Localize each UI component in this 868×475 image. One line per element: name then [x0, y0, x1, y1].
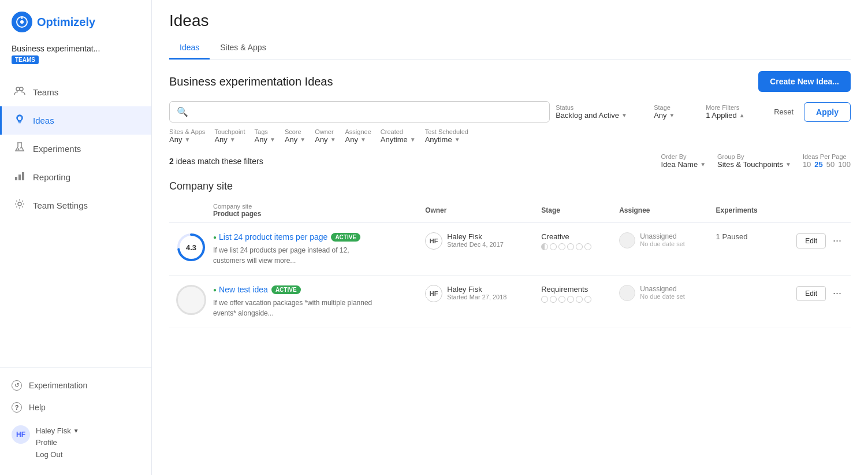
idea-description-2: If we offer vacation packages *with mult…	[213, 298, 375, 318]
create-idea-button[interactable]: Create New Idea...	[758, 71, 851, 92]
score-label: Score	[285, 128, 306, 135]
sidebar-item-ideas[interactable]: Ideas	[0, 106, 151, 135]
user-info: Haley Fisk ▼ Profile Log Out	[36, 425, 79, 461]
status-filter-value[interactable]: Backlog and Active ▼	[556, 111, 648, 120]
stage-stars-2	[541, 296, 605, 303]
more-filters-label: More Filters	[706, 104, 763, 111]
assignee-date-1: No due date set	[640, 240, 685, 247]
apply-button[interactable]: Apply	[804, 102, 851, 122]
svg-rect-11	[22, 172, 24, 180]
tabs: Ideas Sites & Apps	[169, 37, 851, 60]
sidebar-item-experiments[interactable]: Experiments	[0, 135, 151, 163]
col-score	[169, 198, 213, 223]
sites-apps-chevron-icon: ▼	[184, 136, 190, 143]
logout-link[interactable]: Log Out	[36, 449, 79, 461]
test-scheduled-chevron-icon: ▼	[455, 136, 460, 143]
sidebar-item-reporting[interactable]: Reporting	[0, 163, 151, 191]
user-section: HF Haley Fisk ▼ Profile Log Out	[0, 418, 151, 468]
score-ring-empty-2	[176, 285, 206, 315]
assignee-avatar-1	[619, 232, 635, 248]
profile-link[interactable]: Profile	[36, 437, 79, 449]
test-scheduled-label: Test Scheduled	[425, 128, 468, 135]
per-page-25[interactable]: 25	[814, 160, 822, 169]
star2-6	[584, 296, 591, 303]
owner-filter[interactable]: Owner Any ▼	[315, 128, 336, 144]
touchpoint-filter[interactable]: Touchpoint Any ▼	[214, 128, 245, 144]
score-chevron-icon: ▼	[300, 136, 306, 143]
tab-sites-apps[interactable]: Sites & Apps	[210, 37, 276, 60]
help-icon: ?	[12, 402, 22, 413]
per-page-10[interactable]: 10	[803, 160, 811, 169]
owner-label: Owner	[315, 128, 336, 135]
idea-name-link-2[interactable]: New test idea	[219, 285, 268, 294]
col-idea: Company site Product pages	[213, 198, 418, 223]
created-filter[interactable]: Created Anytime ▼	[381, 128, 416, 144]
settings-icon	[13, 198, 26, 213]
results-controls: Order By Idea Name ▼ Group By Sites & To…	[661, 153, 851, 169]
stage-chevron-icon: ▼	[669, 112, 675, 118]
more-filters-chevron-icon: ▲	[739, 112, 745, 118]
per-page-label: Ideas Per Page	[803, 153, 851, 160]
assignee-label: Assignee	[345, 128, 371, 135]
status-filter[interactable]: Status Backlog and Active ▼	[556, 104, 648, 120]
star2-5	[576, 296, 583, 303]
stage-filter-value[interactable]: Any ▼	[654, 111, 700, 120]
edit-button-2[interactable]: Edit	[796, 286, 826, 301]
more-filters[interactable]: More Filters 1 Applied ▲	[706, 104, 763, 120]
section-header: Business experimentation Ideas Create Ne…	[169, 71, 851, 92]
idea-name-link-1[interactable]: List 24 product items per page	[219, 232, 327, 242]
score-cell-1: 4.3	[169, 223, 213, 276]
order-by-control[interactable]: Order By Idea Name ▼	[661, 153, 706, 169]
more-filters-value[interactable]: 1 Applied ▲	[706, 111, 763, 120]
per-page-control: Ideas Per Page 10 25 50 100	[803, 153, 851, 169]
sidebar-item-team-settings[interactable]: Team Settings	[0, 191, 151, 220]
search-input[interactable]	[193, 107, 542, 117]
star-5	[576, 243, 583, 250]
assignee-filter[interactable]: Assignee Any ▼	[345, 128, 371, 144]
sidebar-item-experimentation[interactable]: ↺ Experimentation	[0, 374, 151, 396]
stage-filter[interactable]: Stage Any ▼	[654, 104, 700, 120]
assignee-name-2: Unassigned	[640, 285, 685, 293]
sidebar-bottom: ↺ Experimentation ? Help HF Haley Fisk ▼…	[0, 367, 151, 475]
score-filter[interactable]: Score Any ▼	[285, 128, 306, 144]
tags-filter[interactable]: Tags Any ▼	[255, 128, 275, 144]
search-box[interactable]: 🔍	[169, 101, 550, 123]
ideas-table: Company site Product pages Owner Stage A…	[169, 198, 851, 328]
account-section: Business experimentat... TEAMS	[0, 42, 151, 73]
table-row: 4.3 ● List 24 product items per page ACT…	[169, 223, 851, 276]
star2-1	[541, 296, 548, 303]
tags-chevron-icon: ▼	[270, 136, 275, 143]
section-title: Business experimentation Ideas	[169, 75, 333, 88]
logo[interactable]: Optimizely	[0, 0, 151, 42]
stage-cell-1: Creative	[534, 223, 612, 276]
content-area: Business experimentation Ideas Create Ne…	[152, 60, 868, 475]
sidebar-item-help-label: Help	[29, 403, 46, 412]
tab-ideas[interactable]: Ideas	[169, 37, 210, 60]
sidebar: Optimizely Business experimentat... TEAM…	[0, 0, 152, 475]
edit-button-1[interactable]: Edit	[796, 233, 826, 248]
stage-text-2: Requirements	[541, 285, 605, 294]
page-title: Ideas	[169, 12, 851, 30]
experimentation-icon: ↺	[12, 380, 22, 391]
per-page-50[interactable]: 50	[826, 160, 835, 169]
per-page-100[interactable]: 100	[838, 160, 851, 169]
svg-point-3	[16, 87, 20, 91]
teams-badge: TEAMS	[12, 55, 39, 64]
sites-apps-filter[interactable]: Sites & Apps Any ▼	[169, 128, 205, 144]
assignee-cell-2: Unassigned No due date set	[612, 276, 709, 328]
user-name-row: Haley Fisk ▼	[36, 425, 79, 437]
sidebar-item-teams[interactable]: Teams	[0, 78, 151, 106]
experiments-cell-1: 1 Paused	[709, 223, 777, 276]
assignee-date-2: No due date set	[640, 293, 685, 300]
group-by-control[interactable]: Group By Sites & Touchpoints ▼	[717, 153, 791, 169]
sidebar-item-teams-label: Teams	[33, 87, 58, 97]
more-button-1[interactable]: ···	[830, 232, 844, 249]
test-scheduled-filter[interactable]: Test Scheduled Anytime ▼	[425, 128, 468, 144]
owner-avatar-1: HF	[425, 232, 442, 250]
status-badge-2: ACTIVE	[271, 285, 301, 294]
more-button-2[interactable]: ···	[830, 285, 844, 302]
reset-button[interactable]: Reset	[769, 104, 798, 120]
sidebar-nav: Teams Ideas Experiments	[0, 73, 151, 367]
status-dot-1: ●	[213, 234, 217, 240]
sidebar-item-help[interactable]: ? Help	[0, 396, 151, 418]
